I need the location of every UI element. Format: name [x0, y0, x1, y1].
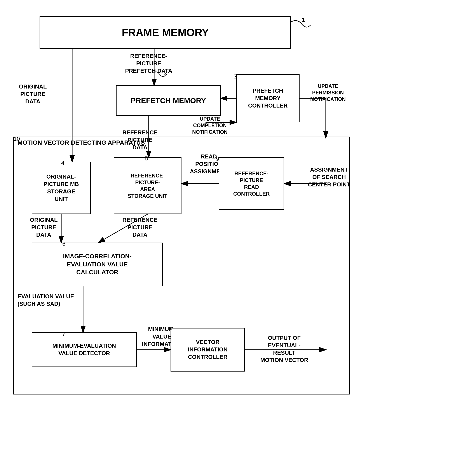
vector-information-controller-block: VECTORINFORMATIONCONTROLLER — [171, 328, 245, 372]
reference-picture-prefetch-data-label: REFERENCE-PICTUREPREFETCH DATA — [118, 52, 179, 75]
reference-picture-data-bottom-label: REFERENCEPICTUREDATA — [118, 216, 162, 238]
assignment-search-center-label: ASSIGNMENTOF SEARCHCENTER POINT — [304, 166, 354, 188]
vector-information-controller-label: VECTORINFORMATIONCONTROLLER — [188, 339, 228, 361]
original-picture-data-bottom-label: ORIGINALPICTUREDATA — [22, 216, 66, 238]
prefetch-memory-block: PREFETCH MEMORY — [116, 85, 221, 116]
original-picture-storage-block: ORIGINAL-PICTURE MBSTORAGEUNIT — [32, 162, 91, 214]
ref-4: 4 — [61, 160, 64, 166]
ref-1: 1 — [302, 16, 305, 23]
frame-memory-label: FRAME MEMORY — [122, 26, 209, 39]
reference-picture-read-controller-label: REFERENCE-PICTUREREADCONTROLLER — [233, 170, 270, 197]
update-completion-notification-label: UPDATECOMPLETIONNOTIFICATION — [184, 116, 236, 136]
original-picture-storage-label: ORIGINAL-PICTURE MBSTORAGEUNIT — [43, 173, 79, 203]
prefetch-memory-controller-label: PREFETCHMEMORYCONTROLLER — [248, 87, 288, 109]
minimum-evaluation-detector-block: MINIMUM-EVALUATIONVALUE DETECTOR — [32, 332, 137, 367]
original-picture-data-top-label: ORIGINALPICTUREDATA — [11, 83, 55, 105]
ref-7: 7 — [62, 331, 65, 337]
ref-3: 3 — [233, 73, 237, 80]
reference-picture-area-storage-label: REFERENCE-PICTURE-AREASTORAGE UNIT — [128, 172, 168, 200]
image-correlation-calculator-label: IMAGE-CORRELATION-EVALUATION VALUECALCUL… — [63, 252, 132, 276]
ref-2: 2 — [164, 72, 167, 79]
ref-8: 8 — [170, 326, 172, 333]
apparatus-label: MOTION VECTOR DETECTING APPARATUS — [17, 139, 192, 147]
reference-picture-read-controller-block: REFERENCE-PICTUREREADCONTROLLER — [219, 157, 284, 210]
output-motion-vector-label: OUTPUT OFEVENTUAL-RESULTMOTION VECTOR — [257, 334, 312, 364]
frame-memory-block: FRAME MEMORY — [40, 16, 291, 49]
evaluation-value-label: EVALUATION VALUE(SUCH AS SAD) — [17, 293, 87, 308]
image-correlation-calculator-block: IMAGE-CORRELATION-EVALUATION VALUECALCUL… — [32, 243, 163, 286]
prefetch-memory-controller-block: PREFETCHMEMORYCONTROLLER — [236, 74, 299, 122]
prefetch-memory-label: PREFETCH MEMORY — [131, 96, 206, 105]
ref-9: 9 — [216, 156, 219, 162]
ref-6: 6 — [62, 240, 65, 247]
ref-5: 5 — [145, 155, 148, 162]
update-permission-notification-label: UPDATEPERMISSIONNOTIFICATION — [302, 83, 354, 103]
reference-picture-area-storage-block: REFERENCE-PICTURE-AREASTORAGE UNIT — [114, 157, 181, 214]
minimum-evaluation-detector-label: MINIMUM-EVALUATIONVALUE DETECTOR — [52, 342, 116, 357]
